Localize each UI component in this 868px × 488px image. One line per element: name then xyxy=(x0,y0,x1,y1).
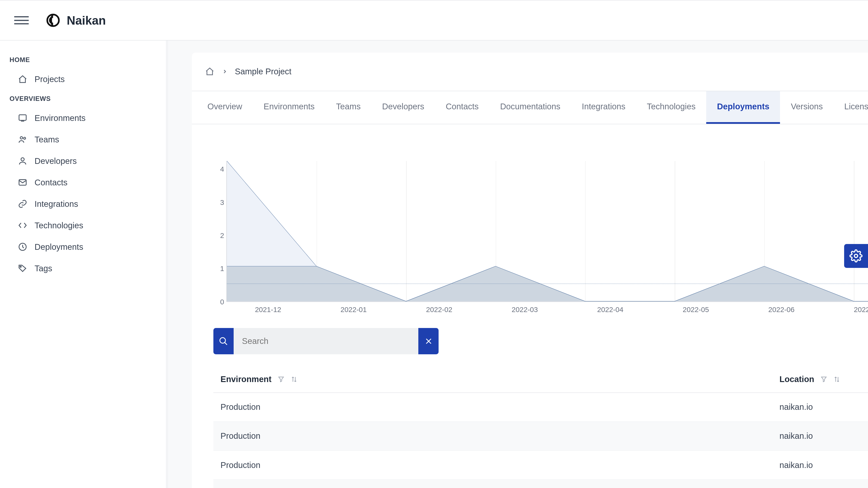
y-tick: 1 xyxy=(212,264,224,273)
tab-technologies[interactable]: Technologies xyxy=(636,91,706,124)
sidebar-item-label: Projects xyxy=(34,75,65,84)
tabs: OverviewEnvironmentsTeamsDevelopersConta… xyxy=(192,91,868,124)
y-tick: 0 xyxy=(212,298,224,306)
svg-point-4 xyxy=(24,137,26,139)
x-tick: 2021-12 xyxy=(225,306,311,314)
cell-environment: Production xyxy=(213,402,779,412)
search-button[interactable] xyxy=(213,328,234,354)
sidebar-item-tags[interactable]: Tags xyxy=(0,258,166,279)
sidebar-item-label: Deployments xyxy=(34,242,83,252)
x-tick: 2022-03 xyxy=(482,306,567,314)
table-row[interactable]: Productionnaikan.ioDec 28, 2021, 9:29:10… xyxy=(213,480,868,488)
cell-environment: Production xyxy=(213,431,779,441)
chart-svg xyxy=(227,161,868,301)
sidebar-item-label: Contacts xyxy=(34,178,67,187)
sidebar-item-label: Developers xyxy=(34,156,77,166)
tab-documentations[interactable]: Documentations xyxy=(490,91,571,124)
sidebar-item-label: Teams xyxy=(34,135,59,144)
sort-icon[interactable] xyxy=(833,376,840,383)
sidebar-item-integrations[interactable]: Integrations xyxy=(0,193,166,215)
sidebar-section-label: HOME xyxy=(0,51,166,69)
svg-point-0 xyxy=(47,15,59,26)
brand-name: Naikan xyxy=(67,13,106,27)
sidebar-section-label: OVERVIEWS xyxy=(0,90,166,107)
svg-point-11 xyxy=(220,338,225,343)
close-icon xyxy=(424,337,434,346)
clear-search-button[interactable] xyxy=(418,328,439,354)
sidebar-item-projects[interactable]: Projects xyxy=(0,68,166,90)
settings-float-button[interactable] xyxy=(844,244,868,268)
x-tick: 2022-04 xyxy=(567,306,653,314)
teams-icon xyxy=(18,135,28,144)
sort-icon[interactable] xyxy=(290,376,298,383)
table-row[interactable]: Productionnaikan.ioDec 28, 2021, 9:29:10… xyxy=(213,393,868,422)
tab-licenses[interactable]: Licenses xyxy=(834,91,868,124)
x-tick: 2022-01 xyxy=(311,306,396,314)
breadcrumb-title: Sample Project xyxy=(235,67,291,76)
table-row[interactable]: Productionnaikan.ioDec 28, 2021, 9:29:10… xyxy=(213,451,868,480)
env-icon xyxy=(18,113,28,123)
svg-point-3 xyxy=(20,137,23,139)
link-icon xyxy=(18,199,28,209)
sidebar-item-environments[interactable]: Environments xyxy=(0,107,166,129)
main-content: Sample Project last updated Dec 28, 2022… xyxy=(168,40,868,488)
menu-toggle-button[interactable] xyxy=(14,13,28,27)
sidebar-item-label: Technologies xyxy=(34,221,83,230)
deploy-icon xyxy=(18,242,28,252)
search-input[interactable] xyxy=(234,328,418,354)
x-tick: 2022-07 xyxy=(824,306,868,314)
topbar: Naikan xyxy=(0,0,868,40)
y-tick: 2 xyxy=(212,231,224,240)
tab-deployments[interactable]: Deployments xyxy=(706,91,780,124)
deployments-table: Environment Location Timestamp Version P… xyxy=(213,366,868,488)
sidebar-item-technologies[interactable]: Technologies xyxy=(0,215,166,236)
column-location[interactable]: Location xyxy=(779,375,868,384)
tab-integrations[interactable]: Integrations xyxy=(571,91,636,124)
cell-location: naikan.io xyxy=(779,460,868,470)
tab-overview[interactable]: Overview xyxy=(197,91,253,124)
tech-icon xyxy=(18,221,28,230)
home-icon xyxy=(18,75,28,84)
svg-point-12 xyxy=(855,254,858,258)
sidebar-item-teams[interactable]: Teams xyxy=(0,129,166,150)
sidebar-item-deployments[interactable]: Deployments xyxy=(0,236,166,258)
sidebar-item-contacts[interactable]: Contacts xyxy=(0,172,166,193)
search-icon xyxy=(219,337,228,346)
filter-icon[interactable] xyxy=(278,376,285,383)
svg-rect-2 xyxy=(19,115,26,120)
tag-icon xyxy=(18,263,28,273)
deployments-chart: Unique deployment locations Average depl… xyxy=(206,148,868,314)
x-tick: 2022-06 xyxy=(739,306,824,314)
y-tick: 3 xyxy=(212,198,224,207)
chevron-right-icon xyxy=(222,68,228,75)
cell-environment: Production xyxy=(213,460,779,470)
sidebar-item-label: Tags xyxy=(34,264,52,273)
gear-icon xyxy=(849,249,863,262)
tab-developers[interactable]: Developers xyxy=(371,91,435,124)
sidebar-item-label: Environments xyxy=(34,113,86,123)
brand-logo-icon xyxy=(45,12,61,28)
y-tick: 4 xyxy=(212,165,224,173)
home-icon[interactable] xyxy=(205,67,215,77)
x-tick: 2022-05 xyxy=(653,306,739,314)
contact-icon xyxy=(18,178,28,187)
dev-icon xyxy=(18,156,28,166)
cell-location: naikan.io xyxy=(779,402,868,412)
cell-location: naikan.io xyxy=(779,431,868,441)
column-environment[interactable]: Environment xyxy=(213,375,779,384)
tab-teams[interactable]: Teams xyxy=(325,91,371,124)
sidebar-item-developers[interactable]: Developers xyxy=(0,150,166,172)
tab-environments[interactable]: Environments xyxy=(253,91,325,124)
sidebar: HOMEProjectsOVERVIEWSEnvironmentsTeamsDe… xyxy=(0,40,168,488)
tab-versions[interactable]: Versions xyxy=(780,91,834,124)
table-row[interactable]: Productionnaikan.ioDec 28, 2021, 9:29:10… xyxy=(213,422,868,451)
x-tick: 2022-02 xyxy=(396,306,482,314)
svg-point-8 xyxy=(20,266,21,267)
brand[interactable]: Naikan xyxy=(45,12,106,28)
breadcrumb: Sample Project xyxy=(205,67,291,77)
filter-icon[interactable] xyxy=(820,376,828,383)
tab-contacts[interactable]: Contacts xyxy=(435,91,490,124)
sidebar-item-label: Integrations xyxy=(34,199,78,209)
svg-point-5 xyxy=(21,158,24,161)
